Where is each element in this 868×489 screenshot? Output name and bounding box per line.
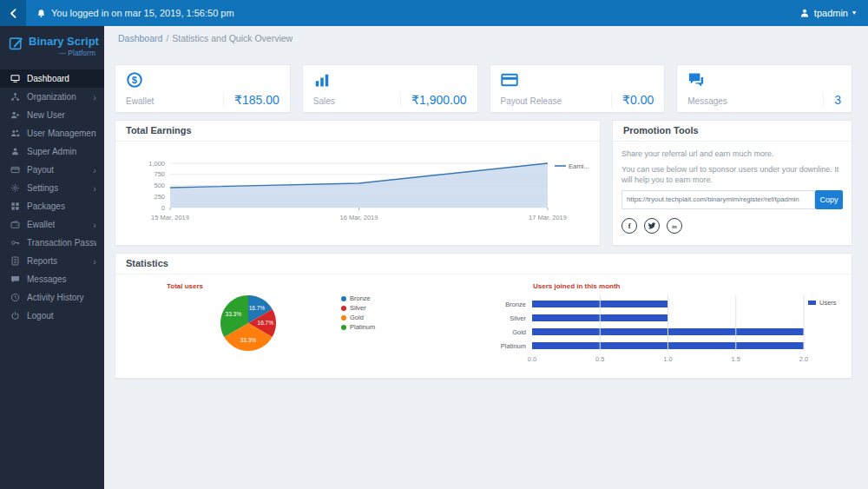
stat-card-ewallet: $Ewallet₹185.00 <box>115 64 291 113</box>
sidebar-item-super-admin[interactable]: Super Admin <box>0 142 104 161</box>
sidebar-item-organization[interactable]: Organization› <box>0 88 104 106</box>
settings-icon <box>10 183 20 193</box>
sidebar-item-messages[interactable]: Messages <box>0 270 104 288</box>
sidebar-item-label: New User <box>27 110 65 120</box>
organization-icon <box>10 92 20 102</box>
logout-icon <box>10 311 20 320</box>
svg-text:Silver: Silver <box>510 314 526 322</box>
bell-icon[interactable] <box>36 9 46 18</box>
login-message-text: You logged in on mar 15, 2019, 1:56:50 p… <box>51 8 234 18</box>
user-menu[interactable]: tpadmin ▾ <box>799 8 856 18</box>
stat-label: Messages <box>687 96 727 106</box>
svg-text:500: 500 <box>154 182 165 189</box>
transaction-password-icon <box>10 238 20 248</box>
sidebar-item-label: Settings <box>27 183 58 193</box>
credit-card-icon <box>501 71 518 89</box>
statistics-body: Total users 16.7%16.7%33.3%33.3% BronzeS… <box>115 274 852 380</box>
new-user-icon <box>10 110 20 120</box>
topbar: You logged in on mar 15, 2019, 1:56:50 p… <box>0 0 868 26</box>
promotion-tools-header: Promotion Tools <box>613 121 852 142</box>
stat-label: Sales <box>313 96 335 106</box>
linkedin-icon[interactable]: in <box>667 218 682 234</box>
svg-text:Platinum: Platinum <box>501 342 526 350</box>
svg-text:in: in <box>672 224 677 229</box>
statistics-card: Statistics Total users 16.7%16.7%33.3%33… <box>115 253 852 379</box>
pie-legend-item: Platinum <box>341 322 375 332</box>
payout-icon <box>10 165 20 175</box>
chevron-left-icon <box>8 8 19 19</box>
breadcrumb: Dashboard/Statistics and Quick Overview <box>118 33 293 43</box>
user-management-icon <box>10 129 20 138</box>
twitter-icon[interactable] <box>644 218 660 234</box>
sidebar-item-user-management[interactable]: User Management <box>0 124 104 142</box>
stat-card-messages: Messages3 <box>676 64 852 113</box>
svg-text:0.0: 0.0 <box>528 355 536 363</box>
svg-text:1.0: 1.0 <box>663 355 672 363</box>
facebook-icon[interactable]: f <box>621 218 637 234</box>
sidebar-item-settings[interactable]: Settings› <box>0 179 104 197</box>
bar-legend: Users <box>808 298 837 307</box>
brand-subtitle: — Platform <box>29 49 95 57</box>
reports-icon <box>10 256 20 266</box>
main-content: Dashboard/Statistics and Quick Overview … <box>104 26 868 489</box>
total-earnings-header: Total Earnings <box>115 121 600 142</box>
sidebar-item-packages[interactable]: Packages <box>0 197 104 215</box>
username: tpadmin <box>814 8 848 18</box>
svg-text:f: f <box>628 222 631 230</box>
stat-value: ₹1,900.00 <box>400 93 466 107</box>
sidebar-item-new-user[interactable]: New User <box>0 106 104 124</box>
sidebar-item-label: Activity History <box>27 293 84 302</box>
chevron-right-icon: › <box>93 221 96 229</box>
statistics-header: Statistics <box>115 254 852 274</box>
referral-url-input[interactable]: https://tryout.techplait.com/binarymlm/r… <box>621 190 815 209</box>
total-earnings-card: Total Earnings 02505007501,00015 Mar, 20… <box>115 120 601 246</box>
chevron-right-icon: › <box>93 257 96 266</box>
sidebar-item-label: Messages <box>27 274 67 284</box>
svg-text:16 Mar, 2019: 16 Mar, 2019 <box>340 214 378 221</box>
breadcrumb-dashboard[interactable]: Dashboard <box>118 33 162 43</box>
svg-text:2.0: 2.0 <box>799 355 808 363</box>
sidebar-item-label: Dashboard <box>27 74 69 83</box>
sidebar-menu: DashboardOrganization›New UserUser Manag… <box>0 69 104 325</box>
promotion-tools-card: Promotion Tools Share your referral url … <box>612 120 852 246</box>
sidebar-item-transaction-password[interactable]: Transaction Password <box>0 234 104 252</box>
stat-value: ₹185.00 <box>223 93 279 107</box>
bar-chart-icon <box>313 71 331 89</box>
svg-text:15 Mar, 2019: 15 Mar, 2019 <box>151 214 189 221</box>
promotion-body: Share your referral url and earn much mo… <box>613 142 852 241</box>
sidebar-item-payout[interactable]: Payout› <box>0 161 104 179</box>
svg-text:33.3%: 33.3% <box>226 311 242 317</box>
sidebar-item-logout[interactable]: Logout <box>0 307 104 325</box>
stat-cards-row: $Ewallet₹185.00Sales₹1,900.00Payout Rele… <box>115 64 852 113</box>
sidebar-item-reports[interactable]: Reports› <box>0 252 104 270</box>
logo-icon <box>9 36 23 50</box>
svg-text:Earni...: Earni... <box>569 162 589 170</box>
sidebar: Binary Script — Platform DashboardOrgani… <box>0 26 104 489</box>
svg-text:Bronze: Bronze <box>505 301 526 308</box>
svg-text:1.5: 1.5 <box>732 355 740 363</box>
chevron-right-icon: › <box>93 166 96 175</box>
svg-text:750: 750 <box>154 170 165 178</box>
pie-legend: BronzeSilverGoldPlatinum <box>341 294 375 332</box>
pie-legend-item: Silver <box>341 303 375 313</box>
back-button[interactable] <box>0 0 26 26</box>
messages-icon <box>10 274 20 284</box>
stat-label: Payout Release <box>501 96 562 106</box>
svg-text:$: $ <box>132 75 138 85</box>
bar-legend-item: Users <box>808 298 837 307</box>
brand: Binary Script — Platform <box>0 26 104 64</box>
sidebar-item-dashboard[interactable]: Dashboard <box>0 69 104 88</box>
total-users-pie-chart: 16.7%16.7%33.3%33.3% <box>214 288 283 358</box>
chevron-right-icon: › <box>93 93 96 102</box>
sidebar-item-activity-history[interactable]: Activity History <box>0 288 104 307</box>
svg-text:16.7%: 16.7% <box>249 305 266 311</box>
users-joined-bar-chart: 0.00.51.01.52.0BronzeSilverGoldPlatinum <box>445 288 827 375</box>
svg-text:0: 0 <box>161 204 165 212</box>
svg-text:0.5: 0.5 <box>595 355 604 363</box>
sidebar-item-ewallet[interactable]: Ewallet› <box>0 215 104 234</box>
login-message: You logged in on mar 15, 2019, 1:56:50 p… <box>36 8 234 18</box>
stat-value: ₹0.00 <box>611 93 654 107</box>
copy-button[interactable]: Copy <box>815 190 843 209</box>
svg-text:17 Mar, 2019: 17 Mar, 2019 <box>529 214 567 221</box>
pie-legend-item: Bronze <box>341 294 375 303</box>
